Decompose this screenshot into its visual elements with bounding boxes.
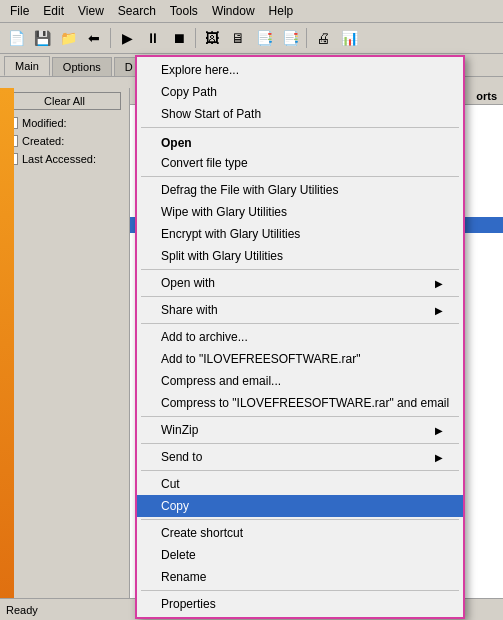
context-menu-item-label: Compress and email... — [161, 374, 281, 388]
context-menu-item[interactable]: Cut — [137, 473, 463, 495]
context-menu-separator — [141, 416, 459, 417]
context-menu-item-label: Add to archive... — [161, 330, 248, 344]
toolbar-view2[interactable]: 🖥 — [226, 26, 250, 50]
context-menu-item[interactable]: WinZip▶ — [137, 419, 463, 441]
toolbar-separator-2 — [195, 28, 196, 48]
context-menu-item[interactable]: Open with▶ — [137, 272, 463, 294]
context-menu-separator — [141, 443, 459, 444]
menubar: File Edit View Search Tools Window Help — [0, 0, 503, 23]
menu-help[interactable]: Help — [263, 2, 300, 20]
submenu-arrow-icon: ▶ — [435, 425, 443, 436]
context-menu-item-label: Encrypt with Glary Utilities — [161, 227, 300, 241]
menu-tools[interactable]: Tools — [164, 2, 204, 20]
submenu-arrow-icon: ▶ — [435, 305, 443, 316]
menu-file[interactable]: File — [4, 2, 35, 20]
clear-all-button[interactable]: Clear All — [8, 92, 121, 110]
toolbar-open[interactable]: 📁 — [56, 26, 80, 50]
toolbar-pause[interactable]: ⏸ — [141, 26, 165, 50]
context-menu-item-label: Open with — [161, 276, 215, 290]
modified-label: Modified: — [22, 117, 67, 129]
context-menu-separator — [141, 470, 459, 471]
submenu-arrow-icon: ▶ — [435, 278, 443, 289]
toolbar-play[interactable]: ▶ — [115, 26, 139, 50]
context-menu-item[interactable]: Compress and email... — [137, 370, 463, 392]
toolbar: 📄 💾 📁 ⬅ ▶ ⏸ ⏹ 🖼 🖥 📑 📑 🖨 📊 — [0, 23, 503, 54]
context-menu-item-label: Convert file type — [161, 156, 248, 170]
context-menu-item-label: Explore here... — [161, 63, 239, 77]
context-menu-item-label: Share with — [161, 303, 218, 317]
context-menu-header: Open — [137, 130, 463, 152]
tab-main[interactable]: Main — [4, 56, 50, 76]
filter-accessed: Last Accessed: — [0, 150, 129, 168]
context-menu-item-label: Show Start of Path — [161, 107, 261, 121]
menu-window[interactable]: Window — [206, 2, 261, 20]
context-menu-item-label: Wipe with Glary Utilities — [161, 205, 287, 219]
context-menu-item-label: Defrag the File with Glary Utilities — [161, 183, 338, 197]
context-menu-separator — [141, 176, 459, 177]
context-menu-separator — [141, 127, 459, 128]
left-panel: Clear All ✓ Modified: ✓ Created: Last Ac… — [0, 88, 130, 598]
toolbar-view3[interactable]: 📑 — [252, 26, 276, 50]
toolbar-save[interactable]: 💾 — [30, 26, 54, 50]
context-menu-item-label: Properties — [161, 597, 216, 611]
context-menu-item-label: Add to "ILOVEFREESOFTWARE.rar" — [161, 352, 360, 366]
context-menu-item[interactable]: Convert file type — [137, 152, 463, 174]
context-menu-item[interactable]: Add to "ILOVEFREESOFTWARE.rar" — [137, 348, 463, 370]
context-menu-item[interactable]: Explore here... — [137, 59, 463, 81]
context-menu-item[interactable]: Delete — [137, 544, 463, 566]
context-menu-item[interactable]: Copy Path — [137, 81, 463, 103]
right-column-header: orts — [476, 90, 497, 102]
context-menu-item-label: Copy Path — [161, 85, 217, 99]
toolbar-stop[interactable]: ⏹ — [167, 26, 191, 50]
context-menu-item[interactable]: Wipe with Glary Utilities — [137, 201, 463, 223]
context-menu-separator — [141, 269, 459, 270]
submenu-arrow-icon: ▶ — [435, 452, 443, 463]
menu-edit[interactable]: Edit — [37, 2, 70, 20]
filter-created: ✓ Created: — [0, 132, 129, 150]
menu-search[interactable]: Search — [112, 2, 162, 20]
context-menu-item[interactable]: Send to▶ — [137, 446, 463, 468]
context-menu-item[interactable]: Split with Glary Utilities — [137, 245, 463, 267]
tab-options[interactable]: Options — [52, 57, 112, 76]
context-menu-item-label: Delete — [161, 548, 196, 562]
context-menu-item-label: Copy — [161, 499, 189, 513]
context-menu-item-label: Send to — [161, 450, 202, 464]
context-menu-separator — [141, 296, 459, 297]
context-menu-item-label: Create shortcut — [161, 526, 243, 540]
context-menu-separator — [141, 590, 459, 591]
context-menu-item[interactable]: Create shortcut — [137, 522, 463, 544]
context-menu-item[interactable]: Rename — [137, 566, 463, 588]
toolbar-back[interactable]: ⬅ — [82, 26, 106, 50]
context-menu-item[interactable]: Compress to "ILOVEFREESOFTWARE.rar" and … — [137, 392, 463, 414]
context-menu-item[interactable]: Add to archive... — [137, 326, 463, 348]
accessed-label: Last Accessed: — [22, 153, 96, 165]
toolbar-view1[interactable]: 🖼 — [200, 26, 224, 50]
context-menu-item-label: Rename — [161, 570, 206, 584]
toolbar-separator-3 — [306, 28, 307, 48]
orange-accent-bar — [0, 88, 14, 598]
toolbar-separator-1 — [110, 28, 111, 48]
toolbar-new[interactable]: 📄 — [4, 26, 28, 50]
created-label: Created: — [22, 135, 64, 147]
toolbar-chart[interactable]: 📊 — [337, 26, 361, 50]
context-menu: Explore here...Copy PathShow Start of Pa… — [135, 55, 465, 619]
context-menu-item[interactable]: Encrypt with Glary Utilities — [137, 223, 463, 245]
context-menu-item[interactable]: Copy — [137, 495, 463, 517]
context-menu-item[interactable]: Share with▶ — [137, 299, 463, 321]
toolbar-view4[interactable]: 📑 — [278, 26, 302, 50]
toolbar-print[interactable]: 🖨 — [311, 26, 335, 50]
context-menu-separator — [141, 519, 459, 520]
context-menu-item-label: WinZip — [161, 423, 198, 437]
context-menu-item[interactable]: Defrag the File with Glary Utilities — [137, 179, 463, 201]
context-menu-item[interactable]: Properties — [137, 593, 463, 615]
context-menu-separator — [141, 323, 459, 324]
status-text: Ready — [6, 604, 38, 616]
context-menu-item[interactable]: Show Start of Path — [137, 103, 463, 125]
context-menu-item-label: Compress to "ILOVEFREESOFTWARE.rar" and … — [161, 396, 449, 410]
context-menu-item-label: Split with Glary Utilities — [161, 249, 283, 263]
menu-view[interactable]: View — [72, 2, 110, 20]
context-menu-item-label: Cut — [161, 477, 180, 491]
filter-modified: ✓ Modified: — [0, 114, 129, 132]
